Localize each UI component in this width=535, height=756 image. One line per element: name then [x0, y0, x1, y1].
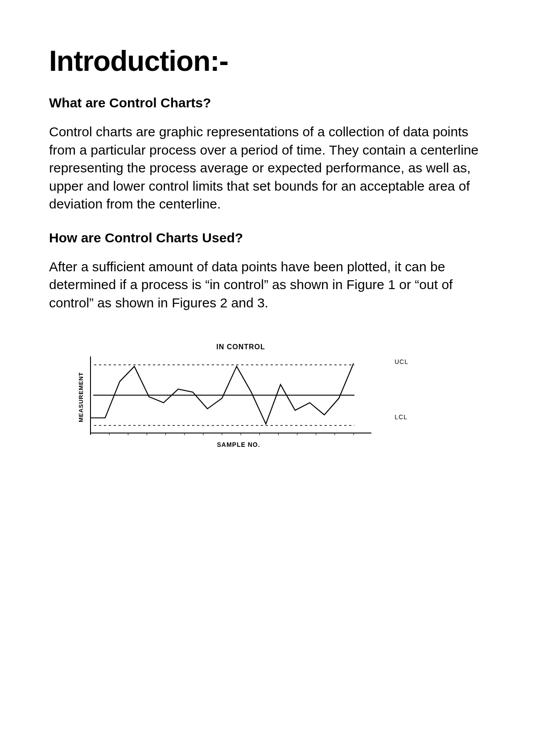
chart-ucl-label: UCL [395, 358, 408, 365]
section1-body: Control charts are graphic representatio… [49, 123, 486, 213]
control-chart-figure: IN CONTROL MEASUREMENT UCL LCL SAMPLE NO… [76, 343, 388, 448]
chart-ylabel: MEASUREMENT [76, 372, 86, 422]
chart-xlabel: SAMPLE NO. [89, 441, 388, 448]
page-title: Introduction:- [49, 45, 486, 78]
chart-lcl-label: LCL [395, 413, 407, 421]
chart-plot-area: UCL LCL [86, 355, 388, 439]
section2-body: After a sufficient amount of data points… [49, 258, 486, 312]
section2-heading: How are Control Charts Used? [49, 230, 486, 245]
section1-heading: What are Control Charts? [49, 95, 486, 110]
chart-title: IN CONTROL [94, 343, 388, 351]
chart-svg [86, 355, 371, 439]
